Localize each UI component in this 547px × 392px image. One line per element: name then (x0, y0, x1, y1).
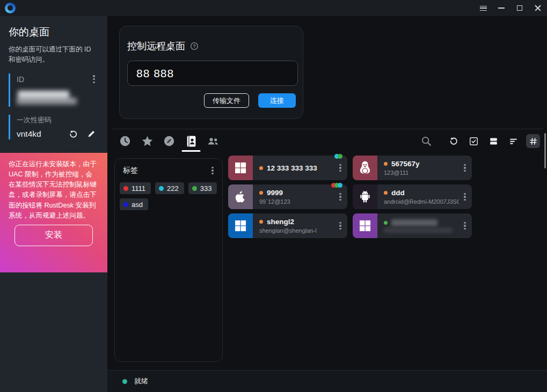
titlebar (0, 0, 547, 16)
password-section: 一次性密码 vnt4kd (9, 115, 99, 139)
sidebar: 你的桌面 你的桌面可以通过下面的 ID 和密码访问。 ID 一次性密码 vnt4… (0, 16, 107, 392)
multi-select-icon (469, 136, 479, 146)
connect-card-title: 控制远程桌面 (127, 40, 185, 53)
peer-os-tile (228, 156, 253, 180)
peer-actions (419, 134, 547, 148)
status-text: 就绪 (134, 376, 148, 386)
list-view-icon (508, 136, 519, 146)
peer-name: 9999 (267, 189, 283, 197)
linux-tux-icon (357, 160, 373, 176)
redacted-peer-address (384, 228, 453, 233)
tags-panel: 标签 1111 222 333 asd (114, 158, 223, 362)
peer-os-tile (228, 184, 253, 209)
tag-label: 222 (167, 184, 179, 193)
windows-icon (358, 219, 372, 233)
remote-id-input[interactable] (127, 61, 298, 86)
clock-icon (119, 135, 131, 147)
main-area: 控制远程桌面 ? 传输文件 连接 (107, 16, 547, 392)
install-warning-text: 你正在运行未安装版本，由于 UAC 限制，作为被控端，会在某些情况下无法控制鼠标… (9, 159, 99, 221)
android-icon (358, 189, 373, 204)
scrollbar-thumb[interactable] (544, 133, 546, 168)
peer-menu-button[interactable] (336, 191, 345, 203)
tab-address-book[interactable] (185, 135, 198, 147)
transfer-file-button[interactable]: 传输文件 (204, 93, 249, 108)
refresh-icon (449, 136, 459, 146)
connect-button[interactable]: 连接 (258, 93, 296, 108)
peer-name: ddd (391, 189, 405, 197)
compass-icon (163, 135, 175, 147)
peer-status-dot (259, 191, 263, 195)
peer-info: ddd android@Redmi-M2007J3SC (377, 184, 460, 209)
control-remote-desktop-card: 控制远程桌面 ? 传输文件 连接 (119, 26, 303, 119)
tag-chip[interactable]: 333 (188, 182, 217, 194)
peer-card[interactable]: 567567y 123@111 (353, 156, 472, 180)
tags-title: 标签 (123, 166, 138, 175)
id-label: ID (17, 75, 24, 84)
peer-menu-button[interactable] (460, 162, 470, 174)
window-controls (474, 0, 547, 16)
edit-password-button[interactable] (86, 129, 97, 139)
maximize-icon (517, 5, 522, 11)
sidebar-description: 你的桌面可以通过下面的 ID 和密码访问。 (9, 45, 99, 65)
grid-view-button[interactable] (526, 134, 540, 148)
install-button[interactable]: 安装 (14, 225, 93, 246)
minimize-icon (498, 8, 505, 9)
peer-name: shengl2 (267, 218, 294, 226)
tag-chip-list: 1111 222 333 asd (120, 182, 217, 210)
card-view-button[interactable] (486, 134, 500, 148)
help-icon[interactable]: ? (190, 42, 199, 50)
peer-tag-dots (333, 183, 342, 188)
peer-status-dot (259, 166, 263, 170)
tag-chip[interactable]: 222 (155, 182, 184, 194)
peer-menu-button[interactable] (460, 220, 470, 232)
maximize-button[interactable] (510, 0, 529, 16)
peer-card[interactable]: ddd android@Redmi-M2007J3SC (353, 184, 472, 209)
search-icon (420, 135, 432, 147)
apple-icon (234, 190, 247, 204)
group-icon (207, 135, 220, 147)
peer-card[interactable]: shengl2 shenglan@shenglan-l (228, 213, 347, 238)
id-menu-button[interactable] (89, 73, 99, 85)
peer-info (377, 213, 460, 238)
tag-color-dot (123, 186, 128, 191)
peer-tag-dots (336, 154, 342, 159)
refresh-peers-button[interactable] (447, 134, 461, 148)
peer-menu-button[interactable] (336, 220, 345, 232)
tag-color-dot (192, 186, 197, 191)
peer-card[interactable] (353, 213, 472, 238)
minimize-button[interactable] (492, 0, 510, 16)
peer-card[interactable]: 9999 99`12@123 (228, 184, 347, 209)
peer-address: 123@111 (384, 169, 459, 176)
peer-info: shengl2 shenglan@shenglan-l (253, 213, 336, 238)
multi-select-button[interactable] (466, 134, 480, 148)
peer-menu-button[interactable] (460, 191, 470, 203)
address-book-icon (186, 135, 197, 147)
close-button[interactable] (529, 0, 547, 16)
list-view-button[interactable] (506, 134, 520, 148)
status-led (122, 379, 127, 384)
tab-discovered[interactable] (163, 135, 176, 147)
search-button[interactable] (419, 134, 433, 148)
peer-os-tile (353, 156, 377, 180)
windows-icon (234, 161, 247, 175)
tag-chip[interactable]: asd (120, 198, 148, 210)
tag-chip[interactable]: 1111 (120, 182, 151, 194)
app-menu-button[interactable] (474, 0, 492, 16)
peer-info: 12 333 333 333 (253, 156, 336, 180)
tag-color-dot (159, 186, 164, 191)
peer-card[interactable]: 12 333 333 333 (228, 156, 347, 180)
regenerate-password-button[interactable] (68, 129, 79, 139)
tags-menu-button[interactable] (208, 165, 217, 176)
tab-favorites[interactable] (141, 135, 154, 147)
one-time-password-value: vnt4kd (17, 129, 41, 139)
redacted-peer-name (391, 219, 437, 226)
peer-name: 12 333 333 333 (267, 164, 317, 172)
tab-group[interactable] (207, 135, 220, 147)
card-view-icon (488, 136, 499, 146)
close-icon (535, 5, 541, 11)
peer-address: shenglan@shenglan-l (259, 227, 334, 234)
peer-os-tile (228, 213, 253, 238)
peer-menu-button[interactable] (336, 162, 345, 174)
tab-recent-sessions[interactable] (119, 135, 132, 147)
peer-address: 99`12@123 (259, 198, 334, 205)
